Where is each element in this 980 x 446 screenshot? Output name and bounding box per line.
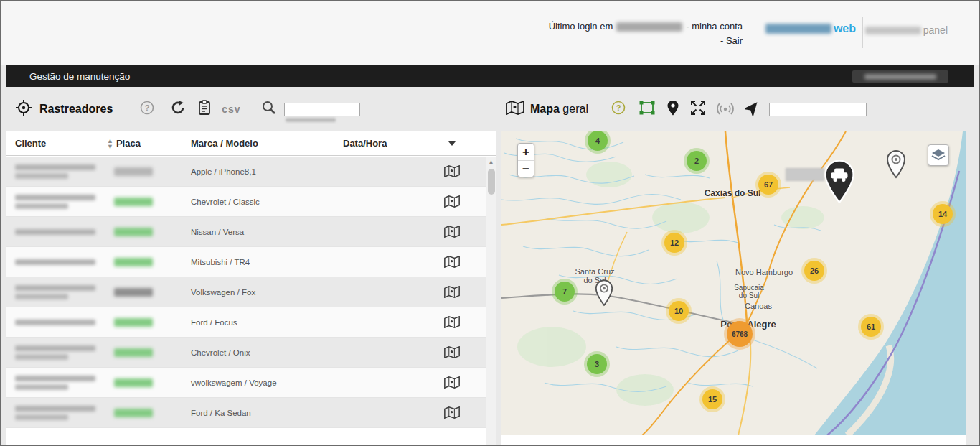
table-scrollbar[interactable]: ▲ <box>486 157 496 445</box>
map-cluster-7[interactable]: 7 <box>555 282 575 302</box>
brand-panel-redacted <box>865 27 921 34</box>
last-login-value-redacted <box>616 22 682 32</box>
table-row[interactable]: Chevrolet / Classic <box>6 187 486 217</box>
location-pin-2[interactable] <box>594 279 614 310</box>
row-map-icon <box>444 286 460 298</box>
table-row[interactable]: Nissan / Versa <box>6 217 486 247</box>
client-cell-redacted <box>6 345 107 360</box>
map-cluster-14[interactable]: 14 <box>933 204 953 224</box>
brand-web-redacted <box>765 24 831 34</box>
search-icon[interactable] <box>261 100 277 119</box>
table-row[interactable]: vwolkswagem / Voyage <box>6 368 486 398</box>
csv-export-button[interactable]: csv <box>222 103 240 115</box>
last-login-label: Último login em <box>549 19 613 34</box>
map-icon <box>506 101 524 118</box>
map-header: Mapa geral ? <box>501 87 966 131</box>
column-client[interactable]: Cliente <box>6 138 107 149</box>
row-map-icon <box>444 346 460 358</box>
my-account-link[interactable]: - minha conta <box>686 19 743 34</box>
zoom-in-button[interactable]: + <box>518 144 534 160</box>
layers-button[interactable] <box>928 144 949 166</box>
top-header: Último login em - minha conta - Sair web… <box>1 1 979 65</box>
svg-text:?: ? <box>616 103 621 112</box>
location-pin-1[interactable] <box>885 150 907 182</box>
brand-model-cell: Ford / Ka Sedan <box>191 409 343 417</box>
geofence-icon[interactable] <box>639 100 656 119</box>
show-on-map-button[interactable] <box>437 376 467 389</box>
show-on-map-button[interactable] <box>437 286 467 298</box>
plate-redacted <box>114 378 153 387</box>
brand-web-suffix: web <box>834 22 856 35</box>
row-map-icon <box>444 165 460 177</box>
map-cluster-12[interactable]: 12 <box>664 233 684 253</box>
map-canvas[interactable]: Caxias do SulSanta Cruzdo SulNovo Hambur… <box>501 131 966 435</box>
scrollbar-up-icon[interactable]: ▲ <box>486 157 496 167</box>
logout-link[interactable]: - Sair <box>549 34 743 48</box>
signal-icon[interactable] <box>716 99 735 119</box>
map-help-icon[interactable]: ? <box>611 101 626 118</box>
plate-redacted <box>114 198 153 206</box>
show-on-map-button[interactable] <box>437 226 467 238</box>
pin-icon[interactable] <box>667 101 679 119</box>
plate-redacted <box>114 167 153 176</box>
column-plate[interactable]: ▲▼ Placa <box>107 138 191 149</box>
app-window: Último login em - minha conta - Sair web… <box>0 0 980 446</box>
row-map-icon <box>444 256 460 268</box>
column-datetime[interactable]: Data/Hora <box>343 138 437 149</box>
map-search-input[interactable] <box>769 103 867 116</box>
brand-logo-web[interactable]: web <box>765 22 856 35</box>
table-row[interactable]: Ford / Focus <box>6 307 486 338</box>
plate-redacted <box>114 318 153 327</box>
row-map-icon <box>444 376 460 389</box>
trackers-table: Cliente ▲▼ Placa Marca / Modelo Data/Hor… <box>6 131 496 445</box>
show-on-map-button[interactable] <box>437 195 467 208</box>
brand-model-cell: Chevrolet / Onix <box>191 348 343 357</box>
trackers-header: Rastreadores ? csv <box>6 87 496 131</box>
show-on-map-button[interactable] <box>437 346 467 358</box>
map-cluster-3[interactable]: 3 <box>587 354 607 374</box>
show-on-map-button[interactable] <box>437 316 467 328</box>
brand-logo-panel[interactable]: panel <box>865 24 948 36</box>
sort-icon[interactable]: ▲▼ <box>107 138 113 149</box>
table-row[interactable]: Apple / iPhone8,1 <box>6 157 486 187</box>
zoom-out-button[interactable]: − <box>518 161 534 177</box>
show-on-map-button[interactable] <box>437 256 467 268</box>
map-cluster-10[interactable]: 10 <box>669 301 689 321</box>
map-cluster-4[interactable]: 4 <box>588 131 608 151</box>
map-cluster-26[interactable]: 26 <box>804 261 824 281</box>
column-brand-model[interactable]: Marca / Modelo <box>191 138 343 149</box>
scrollbar-thumb[interactable] <box>488 169 495 195</box>
brand-panel-suffix: panel <box>923 24 948 36</box>
svg-text:?: ? <box>145 103 150 112</box>
show-on-map-button[interactable] <box>437 406 467 419</box>
map-cluster-67[interactable]: 67 <box>758 175 778 195</box>
help-icon[interactable]: ? <box>140 101 154 118</box>
row-map-icon <box>444 406 460 419</box>
table-row[interactable]: Mitsubishi / TR4 <box>6 247 486 277</box>
login-info: Último login em - minha conta - Sair <box>549 19 743 48</box>
brand-model-cell: Volkswagen / Fox <box>191 288 343 297</box>
table-row[interactable]: Chevrolet / Onix <box>6 338 486 368</box>
report-icon[interactable] <box>197 100 212 119</box>
client-cell-redacted <box>6 195 107 209</box>
client-cell-redacted <box>6 320 107 325</box>
show-on-map-button[interactable] <box>437 165 467 177</box>
map-cluster-6768[interactable]: 6768 <box>727 321 753 347</box>
table-row[interactable]: Volkswagen / Fox <box>6 277 486 307</box>
trackers-panel: Rastreadores ? csv <box>6 87 496 446</box>
title-bar-button-redacted[interactable] <box>852 70 948 83</box>
map-cluster-15[interactable]: 15 <box>702 389 722 409</box>
zoom-control: + − <box>517 143 534 177</box>
column-filter-icon[interactable] <box>448 141 456 146</box>
trackers-title: Rastreadores <box>39 103 113 116</box>
expand-icon[interactable] <box>690 100 706 119</box>
vehicle-pin[interactable] <box>823 160 856 206</box>
navigation-icon[interactable] <box>745 100 760 119</box>
trackers-table-body: Apple / iPhone8,1 Chevrolet / Classic Ni… <box>6 157 486 445</box>
table-row[interactable]: Ford / Ka Sedan <box>6 398 486 428</box>
refresh-icon[interactable] <box>170 100 186 119</box>
client-cell-redacted <box>6 285 107 299</box>
trackers-search-input[interactable] <box>284 103 360 116</box>
map-cluster-61[interactable]: 61 <box>861 317 881 337</box>
map-cluster-2[interactable]: 2 <box>687 151 707 171</box>
